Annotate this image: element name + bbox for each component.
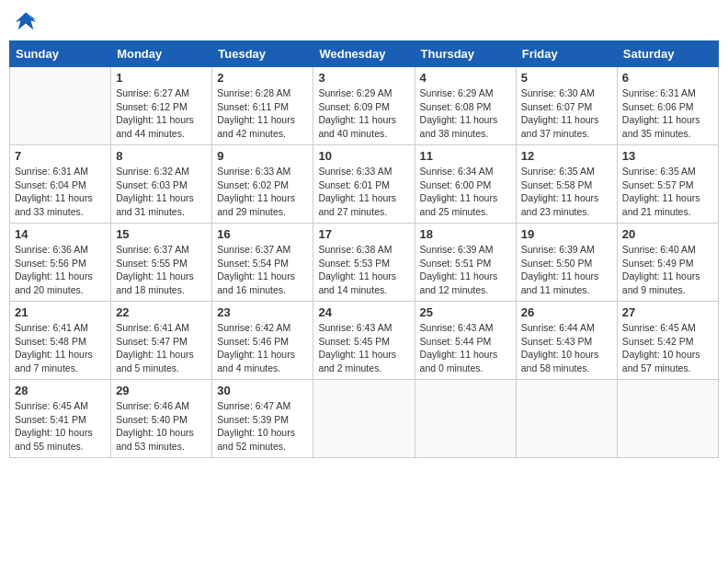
- calendar-table: SundayMondayTuesdayWednesdayThursdayFrid…: [9, 40, 719, 458]
- day-info: Sunrise: 6:43 AM Sunset: 5:44 PM Dayligh…: [420, 321, 511, 375]
- day-number: 14: [15, 227, 106, 241]
- day-info: Sunrise: 6:33 AM Sunset: 6:02 PM Dayligh…: [217, 165, 308, 219]
- day-info: Sunrise: 6:37 AM Sunset: 5:54 PM Dayligh…: [217, 243, 308, 297]
- calendar-cell: 28Sunrise: 6:45 AM Sunset: 5:41 PM Dayli…: [10, 380, 111, 458]
- day-number: 27: [622, 305, 713, 319]
- day-number: 5: [521, 71, 612, 85]
- day-number: 24: [318, 305, 409, 319]
- day-info: Sunrise: 6:45 AM Sunset: 5:41 PM Dayligh…: [15, 399, 106, 454]
- day-number: 2: [217, 71, 308, 85]
- calendar-cell: 20Sunrise: 6:40 AM Sunset: 5:49 PM Dayli…: [617, 224, 718, 302]
- calendar-cell: 13Sunrise: 6:35 AM Sunset: 5:57 PM Dayli…: [617, 145, 718, 224]
- day-number: 30: [217, 384, 308, 397]
- day-number: 4: [420, 71, 511, 85]
- calendar-cell: 4Sunrise: 6:29 AM Sunset: 6:08 PM Daylig…: [415, 67, 516, 145]
- calendar-cell: [415, 380, 516, 458]
- calendar-cell: 8Sunrise: 6:32 AM Sunset: 6:03 PM Daylig…: [111, 145, 212, 224]
- day-info: Sunrise: 6:31 AM Sunset: 6:04 PM Dayligh…: [15, 165, 106, 219]
- week-row-4: 28Sunrise: 6:45 AM Sunset: 5:41 PM Dayli…: [10, 380, 719, 458]
- day-info: Sunrise: 6:42 AM Sunset: 5:46 PM Dayligh…: [217, 321, 308, 375]
- calendar-cell: 7Sunrise: 6:31 AM Sunset: 6:04 PM Daylig…: [10, 145, 111, 224]
- day-info: Sunrise: 6:47 AM Sunset: 5:39 PM Dayligh…: [217, 399, 308, 454]
- calendar-cell: 21Sunrise: 6:41 AM Sunset: 5:48 PM Dayli…: [10, 302, 111, 380]
- day-number: 11: [420, 149, 511, 163]
- calendar-cell: 25Sunrise: 6:43 AM Sunset: 5:44 PM Dayli…: [415, 302, 516, 380]
- day-number: 15: [116, 227, 207, 241]
- calendar-cell: 19Sunrise: 6:39 AM Sunset: 5:50 PM Dayli…: [516, 224, 617, 302]
- week-row-0: 1Sunrise: 6:27 AM Sunset: 6:12 PM Daylig…: [10, 67, 719, 145]
- day-info: Sunrise: 6:31 AM Sunset: 6:06 PM Dayligh…: [622, 86, 713, 141]
- logo: [13, 9, 42, 35]
- calendar-cell: 23Sunrise: 6:42 AM Sunset: 5:46 PM Dayli…: [212, 302, 313, 380]
- calendar-cell: [313, 380, 415, 458]
- calendar-header-row: SundayMondayTuesdayWednesdayThursdayFrid…: [10, 41, 719, 67]
- col-header-friday: Friday: [516, 41, 617, 67]
- day-number: 23: [217, 305, 308, 319]
- day-number: 26: [521, 305, 612, 319]
- logo-icon: [13, 9, 39, 35]
- calendar-cell: 27Sunrise: 6:45 AM Sunset: 5:42 PM Dayli…: [617, 302, 718, 380]
- calendar-cell: 1Sunrise: 6:27 AM Sunset: 6:12 PM Daylig…: [111, 67, 212, 145]
- day-info: Sunrise: 6:40 AM Sunset: 5:49 PM Dayligh…: [622, 243, 713, 297]
- day-number: 25: [420, 305, 511, 319]
- calendar-cell: 16Sunrise: 6:37 AM Sunset: 5:54 PM Dayli…: [212, 224, 313, 302]
- day-info: Sunrise: 6:45 AM Sunset: 5:42 PM Dayligh…: [622, 321, 713, 375]
- calendar-cell: 15Sunrise: 6:37 AM Sunset: 5:55 PM Dayli…: [111, 224, 212, 302]
- calendar-cell: 5Sunrise: 6:30 AM Sunset: 6:07 PM Daylig…: [516, 67, 617, 145]
- day-info: Sunrise: 6:46 AM Sunset: 5:40 PM Dayligh…: [116, 399, 207, 454]
- calendar-cell: 24Sunrise: 6:43 AM Sunset: 5:45 PM Dayli…: [313, 302, 415, 380]
- day-number: 7: [15, 149, 106, 163]
- day-info: Sunrise: 6:41 AM Sunset: 5:47 PM Dayligh…: [116, 321, 207, 375]
- day-number: 28: [15, 384, 106, 397]
- calendar-cell: 9Sunrise: 6:33 AM Sunset: 6:02 PM Daylig…: [212, 145, 313, 224]
- calendar-cell: 6Sunrise: 6:31 AM Sunset: 6:06 PM Daylig…: [617, 67, 718, 145]
- calendar-cell: 29Sunrise: 6:46 AM Sunset: 5:40 PM Dayli…: [111, 380, 212, 458]
- col-header-sunday: Sunday: [10, 41, 111, 67]
- calendar-cell: 14Sunrise: 6:36 AM Sunset: 5:56 PM Dayli…: [10, 224, 111, 302]
- calendar-cell: 12Sunrise: 6:35 AM Sunset: 5:58 PM Dayli…: [516, 145, 617, 224]
- calendar-cell: 11Sunrise: 6:34 AM Sunset: 6:00 PM Dayli…: [415, 145, 516, 224]
- day-number: 19: [521, 227, 612, 241]
- day-number: 17: [318, 227, 409, 241]
- day-number: 3: [318, 71, 409, 85]
- day-number: 12: [521, 149, 612, 163]
- day-number: 9: [217, 149, 308, 163]
- day-number: 1: [116, 71, 207, 85]
- day-info: Sunrise: 6:29 AM Sunset: 6:08 PM Dayligh…: [420, 86, 511, 141]
- page-header: [9, 9, 719, 35]
- day-info: Sunrise: 6:36 AM Sunset: 5:56 PM Dayligh…: [15, 243, 106, 297]
- day-info: Sunrise: 6:30 AM Sunset: 6:07 PM Dayligh…: [521, 86, 612, 141]
- calendar-cell: 10Sunrise: 6:33 AM Sunset: 6:01 PM Dayli…: [313, 145, 415, 224]
- day-info: Sunrise: 6:32 AM Sunset: 6:03 PM Dayligh…: [116, 165, 207, 219]
- day-info: Sunrise: 6:35 AM Sunset: 5:58 PM Dayligh…: [521, 165, 612, 219]
- week-row-2: 14Sunrise: 6:36 AM Sunset: 5:56 PM Dayli…: [10, 224, 719, 302]
- calendar-cell: [516, 380, 617, 458]
- calendar-cell: 30Sunrise: 6:47 AM Sunset: 5:39 PM Dayli…: [212, 380, 313, 458]
- calendar-cell: 18Sunrise: 6:39 AM Sunset: 5:51 PM Dayli…: [415, 224, 516, 302]
- week-row-3: 21Sunrise: 6:41 AM Sunset: 5:48 PM Dayli…: [10, 302, 719, 380]
- day-info: Sunrise: 6:37 AM Sunset: 5:55 PM Dayligh…: [116, 243, 207, 297]
- day-info: Sunrise: 6:39 AM Sunset: 5:51 PM Dayligh…: [420, 243, 511, 297]
- calendar-cell: 26Sunrise: 6:44 AM Sunset: 5:43 PM Dayli…: [516, 302, 617, 380]
- day-info: Sunrise: 6:28 AM Sunset: 6:11 PM Dayligh…: [217, 86, 308, 141]
- day-info: Sunrise: 6:33 AM Sunset: 6:01 PM Dayligh…: [318, 165, 409, 219]
- day-info: Sunrise: 6:27 AM Sunset: 6:12 PM Dayligh…: [116, 86, 207, 141]
- day-number: 20: [622, 227, 713, 241]
- day-number: 29: [116, 384, 207, 397]
- calendar-cell: 3Sunrise: 6:29 AM Sunset: 6:09 PM Daylig…: [313, 67, 415, 145]
- day-info: Sunrise: 6:41 AM Sunset: 5:48 PM Dayligh…: [15, 321, 106, 375]
- day-number: 18: [420, 227, 511, 241]
- day-number: 22: [116, 305, 207, 319]
- day-info: Sunrise: 6:34 AM Sunset: 6:00 PM Dayligh…: [420, 165, 511, 219]
- day-number: 21: [15, 305, 106, 319]
- week-row-1: 7Sunrise: 6:31 AM Sunset: 6:04 PM Daylig…: [10, 145, 719, 224]
- day-info: Sunrise: 6:38 AM Sunset: 5:53 PM Dayligh…: [318, 243, 409, 297]
- col-header-monday: Monday: [111, 41, 212, 67]
- day-info: Sunrise: 6:43 AM Sunset: 5:45 PM Dayligh…: [318, 321, 409, 375]
- calendar-cell: 2Sunrise: 6:28 AM Sunset: 6:11 PM Daylig…: [212, 67, 313, 145]
- col-header-wednesday: Wednesday: [313, 41, 415, 67]
- calendar-cell: 17Sunrise: 6:38 AM Sunset: 5:53 PM Dayli…: [313, 224, 415, 302]
- calendar-cell: 22Sunrise: 6:41 AM Sunset: 5:47 PM Dayli…: [111, 302, 212, 380]
- day-number: 6: [622, 71, 713, 85]
- day-number: 8: [116, 149, 207, 163]
